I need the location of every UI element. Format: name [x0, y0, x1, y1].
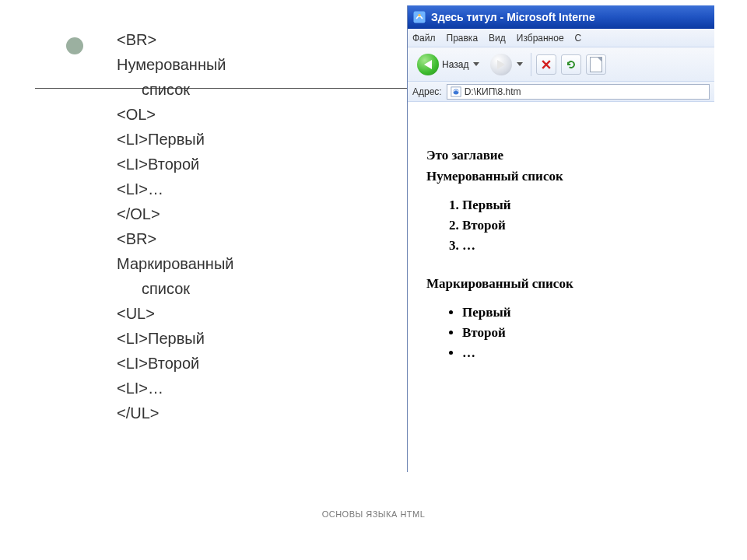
code-line: <LI>Второй — [117, 351, 389, 376]
list-item: Первый — [462, 304, 696, 322]
code-line: Маркированный — [117, 251, 389, 276]
list-item: Второй — [462, 217, 696, 235]
menu-view[interactable]: Вид — [489, 33, 506, 44]
back-label: Назад — [442, 59, 468, 70]
footer-caption: ОСНОВЫ ЯЗЫКА HTML — [0, 509, 747, 519]
toolbar-separator — [531, 53, 531, 76]
menu-extra[interactable]: С — [575, 33, 582, 44]
bulleted-title: Маркированный список — [426, 275, 696, 293]
chevron-down-icon — [517, 62, 523, 66]
menu-edit[interactable]: Правка — [447, 33, 479, 44]
code-line: </UL> — [117, 401, 389, 425]
code-line: список — [117, 77, 389, 102]
forward-icon — [490, 54, 512, 75]
page-viewport: Это заглавие Нумерованный список Первый … — [408, 102, 714, 397]
list-item: … — [462, 345, 696, 362]
forward-button[interactable] — [487, 51, 526, 78]
chevron-down-icon — [473, 62, 479, 66]
page-heading: Это заглавие — [426, 147, 696, 165]
window-titlebar: Здесь титул - Microsoft Interne — [408, 5, 714, 29]
refresh-button[interactable] — [561, 54, 581, 75]
code-line: <LI>Первый — [117, 127, 389, 152]
address-label: Адрес: — [412, 86, 442, 97]
list-item: Второй — [462, 324, 696, 342]
code-line: Нумерованный — [117, 52, 389, 77]
menu-file[interactable]: Файл — [412, 33, 436, 44]
code-line: <LI>… — [117, 177, 389, 201]
code-line: <BR> — [117, 226, 389, 251]
code-line: </OL> — [117, 201, 389, 226]
code-line: <UL> — [117, 301, 389, 326]
menu-favorites[interactable]: Избранное — [517, 33, 564, 44]
code-line: список — [117, 276, 389, 301]
svg-rect-0 — [414, 12, 426, 23]
stop-button[interactable] — [536, 54, 556, 75]
slide-bullet — [66, 37, 83, 54]
ordered-list: Первый Второй … — [462, 197, 696, 255]
code-line: <BR> — [117, 27, 389, 52]
address-input[interactable]: D:\КИП\8.htm — [447, 84, 710, 100]
browser-window: Здесь титул - Microsoft Interne Файл Пра… — [407, 5, 714, 472]
code-line: <LI>Первый — [117, 326, 389, 351]
list-item: … — [462, 237, 696, 255]
ie-page-icon — [451, 86, 461, 97]
list-item: Первый — [462, 197, 696, 215]
toolbar: Назад — [408, 47, 714, 82]
code-line: <LI>Второй — [117, 152, 389, 177]
numbered-title: Нумерованный список — [426, 168, 696, 186]
address-bar: Адрес: D:\КИП\8.htm — [408, 82, 714, 102]
home-button[interactable] — [586, 54, 606, 75]
code-line: <LI>… — [117, 376, 389, 401]
app-icon — [412, 10, 426, 24]
back-button[interactable]: Назад — [414, 51, 482, 78]
svg-point-1 — [418, 14, 420, 16]
page-icon — [590, 57, 602, 72]
window-title: Здесь титул - Microsoft Interne — [431, 11, 595, 23]
back-icon — [417, 54, 439, 75]
code-line: <OL> — [117, 102, 389, 127]
menu-bar: Файл Правка Вид Избранное С — [408, 29, 714, 47]
source-code-column: <BR> Нумерованный список <OL> <LI>Первый… — [117, 27, 389, 425]
unordered-list: Первый Второй … — [462, 304, 696, 362]
address-value: D:\КИП\8.htm — [465, 86, 521, 97]
